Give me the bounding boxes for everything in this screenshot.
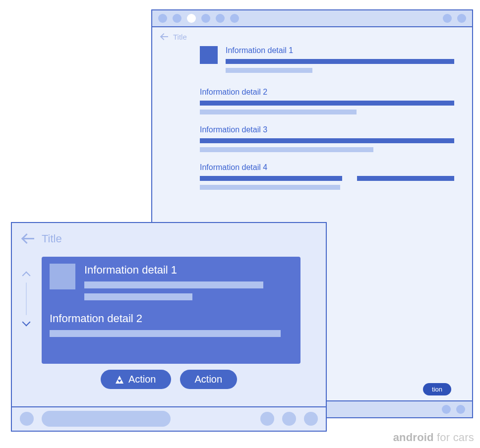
bottombar (12, 406, 326, 431)
text-placeholder-bar (200, 185, 340, 190)
chevron-down-icon[interactable] (22, 318, 31, 327)
nav-dot-icon[interactable] (20, 412, 34, 426)
text-placeholder-bar (357, 176, 454, 181)
text-placeholder-bar (226, 59, 454, 64)
list-item: Information detail 3 (174, 125, 454, 152)
page-title: Title (173, 33, 187, 41)
text-placeholder-bar (84, 281, 263, 288)
item-title: Information detail 2 (50, 312, 293, 325)
branding-text: android for cars (393, 431, 474, 444)
list-item: Information detail 1 (200, 46, 454, 77)
titlebar-dot-icon (201, 14, 210, 23)
nav-dot-icon[interactable] (260, 412, 274, 426)
titlebar-dot-icon (230, 14, 239, 23)
primary-action-button[interactable]: Action (101, 370, 171, 389)
branding-suffix: for cars (434, 431, 474, 444)
scroll-track (26, 282, 27, 315)
action-label-fragment: tion (432, 386, 442, 393)
action-label: Action (195, 374, 223, 385)
text-placeholder-bar (200, 101, 454, 106)
titlebar-dot-icon (457, 14, 466, 23)
action-strip: Action Action (12, 370, 326, 389)
chevron-up-icon[interactable] (22, 272, 31, 280)
text-placeholder-bar (200, 147, 373, 152)
scroll-indicator[interactable] (21, 273, 32, 325)
action-button[interactable]: tion (423, 383, 451, 395)
text-placeholder-bar (84, 293, 192, 300)
item-title: Information detail 4 (174, 163, 454, 172)
back-arrow-icon[interactable] (21, 232, 35, 246)
titlebar-dots-left (158, 14, 239, 23)
text-placeholder-bar (226, 68, 312, 73)
bottombar-dot-icon (442, 405, 451, 414)
wireframe-window-small: Title Information detail 1 Information d… (11, 222, 327, 432)
titlebar-dot-icon (216, 14, 225, 23)
list-item: Information detail 2 (174, 88, 454, 114)
action-label: Action (128, 374, 156, 385)
navigation-arrow-icon (116, 376, 123, 384)
text-placeholder-bar (200, 176, 342, 181)
nav-pill[interactable] (42, 411, 171, 427)
item-title: Information detail 1 (226, 46, 454, 55)
focused-card[interactable]: Information detail 1 Information detail … (42, 257, 300, 364)
titlebar-dot-icon (173, 14, 181, 23)
text-placeholder-bar (200, 138, 454, 143)
text-placeholder-bar (200, 110, 357, 114)
branding-logo: android (393, 431, 434, 444)
bottombar-dot-icon (456, 405, 465, 414)
titlebar-dots-right (443, 14, 466, 23)
secondary-action-button[interactable]: Action (180, 370, 238, 389)
item-title: Information detail 3 (174, 125, 454, 134)
list-item: Information detail 2 (50, 312, 293, 337)
page-header: Title (152, 27, 472, 41)
item-image-icon (200, 46, 218, 64)
list-item: Information detail 1 (50, 264, 293, 305)
titlebar-dot-icon (443, 14, 452, 23)
item-image-icon (50, 264, 75, 289)
titlebar-dot-icon (158, 14, 167, 23)
text-placeholder-bar (50, 330, 281, 337)
titlebar (152, 10, 472, 27)
nav-dot-icon[interactable] (304, 412, 318, 426)
item-title: Information detail 1 (84, 264, 293, 277)
content-area: Information detail 1 Information detail … (152, 41, 472, 190)
list-item: Information detail 4 (174, 163, 454, 190)
page-header: Title (12, 223, 326, 249)
nav-dot-icon[interactable] (282, 412, 296, 426)
titlebar-dot-active-icon (187, 14, 196, 23)
back-arrow-icon[interactable] (159, 32, 168, 41)
content-frame: Title Information detail 1 Information d… (12, 223, 326, 407)
item-title: Information detail 2 (174, 88, 454, 97)
page-title: Title (42, 232, 62, 245)
